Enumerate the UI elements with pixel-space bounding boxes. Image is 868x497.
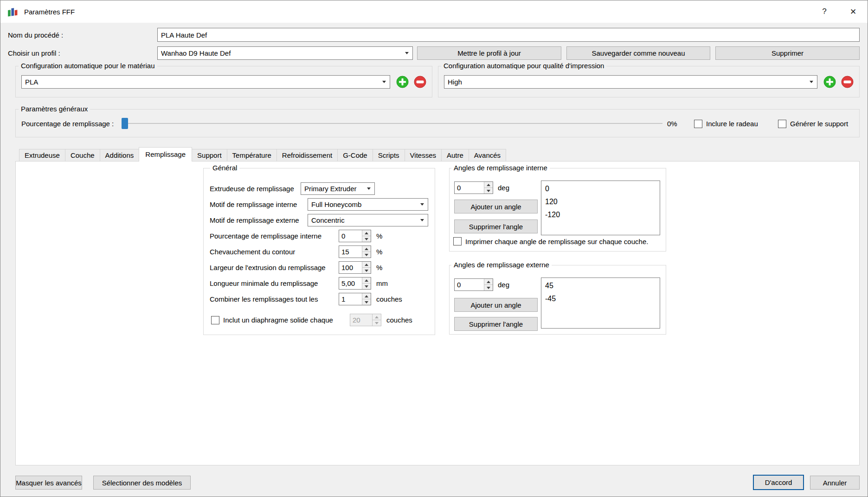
quality-select[interactable]: High xyxy=(444,75,817,89)
spin-down-icon[interactable] xyxy=(362,236,371,242)
spin-down-icon[interactable] xyxy=(362,252,371,258)
ok-button[interactable]: D'accord xyxy=(753,475,804,490)
hide-advanced-button[interactable]: Masquer les avancés xyxy=(15,476,82,490)
external-angles-title: Angles de remplissage externe xyxy=(451,261,552,269)
spin-up-icon[interactable] xyxy=(362,262,371,267)
tab-extrudeuse[interactable]: Extrudeuse xyxy=(19,149,65,161)
internal-add-angle-button[interactable]: Ajouter un angle xyxy=(454,200,538,213)
outline-overlap-input[interactable] xyxy=(339,246,362,258)
tab-temperature[interactable]: Température xyxy=(227,149,277,161)
external-angle-input[interactable] xyxy=(455,279,484,290)
tab-avances[interactable]: Avancés xyxy=(469,149,506,161)
save-as-new-button[interactable]: Sauvegarder comme nouveau xyxy=(566,46,710,60)
chevron-down-icon xyxy=(379,76,390,88)
infill-percent-input[interactable] xyxy=(339,230,362,242)
checkbox-box xyxy=(694,120,702,128)
delete-profile-button[interactable]: Supprimer xyxy=(715,46,860,60)
slider-handle[interactable] xyxy=(122,118,128,129)
outline-overlap-spinner[interactable] xyxy=(339,245,371,258)
tab-couche[interactable]: Couche xyxy=(65,149,100,161)
internal-angle-input[interactable] xyxy=(455,182,484,194)
include-raft-checkbox[interactable]: Inclure le radeau xyxy=(694,110,758,138)
add-quality-button[interactable] xyxy=(823,76,836,88)
select-models-button[interactable]: Sélectionner des modèles xyxy=(93,476,191,490)
checkbox-box xyxy=(453,237,462,245)
generate-support-checkbox[interactable]: Générer le support xyxy=(778,110,848,138)
spin-down-icon[interactable] xyxy=(362,283,371,289)
tab-scripts[interactable]: Scripts xyxy=(373,149,405,161)
internal-remove-angle-button[interactable]: Supprimer l'angle xyxy=(454,219,538,233)
spin-down-icon[interactable] xyxy=(484,284,493,290)
angle-per-layer-checkbox[interactable]: Imprimer chaque angle de remplissage sur… xyxy=(453,237,648,246)
spin-down-icon[interactable] xyxy=(484,187,493,194)
external-remove-angle-button[interactable]: Supprimer l'angle xyxy=(454,317,538,331)
list-item[interactable]: -45 xyxy=(541,292,660,305)
material-select[interactable]: PLA xyxy=(21,75,390,89)
external-angles-group: Angles de remplissage externe deg 45 -45… xyxy=(449,265,666,335)
external-angle-spinner[interactable] xyxy=(454,278,493,291)
remove-quality-button[interactable] xyxy=(841,76,854,88)
list-item[interactable]: 45 xyxy=(541,279,660,292)
internal-angle-spinner[interactable] xyxy=(454,181,493,194)
infill-percentage-label: Pourcentage de remplissage : xyxy=(21,110,114,138)
tab-vitesses[interactable]: Vitesses xyxy=(405,149,442,161)
checkbox-box xyxy=(778,120,786,128)
infill-percent-unit: % xyxy=(376,230,382,242)
combine-infill-spinner[interactable] xyxy=(339,293,371,305)
infill-percent-spinner[interactable] xyxy=(339,230,371,242)
spin-up-icon[interactable] xyxy=(484,182,493,187)
cancel-button[interactable]: Annuler xyxy=(810,476,860,490)
tab-autre[interactable]: Autre xyxy=(441,149,469,161)
remove-material-button[interactable] xyxy=(414,76,426,88)
list-item[interactable]: 120 xyxy=(541,195,660,208)
tab-additions[interactable]: Additions xyxy=(100,149,140,161)
process-name-label: Nom du procédé : xyxy=(8,28,63,42)
spin-up-icon[interactable] xyxy=(362,278,371,283)
spin-down-icon[interactable] xyxy=(362,299,371,305)
spin-up-icon[interactable] xyxy=(362,230,371,236)
help-button[interactable]: ? xyxy=(810,0,839,23)
profile-select[interactable]: Wanhao D9 Haute Def xyxy=(157,46,413,60)
tab-refroidissement[interactable]: Refroidissement xyxy=(276,149,338,161)
tab-remplissage[interactable]: Remplissage xyxy=(139,147,192,161)
update-profile-button[interactable]: Mettre le profil à jour xyxy=(417,46,561,60)
spin-up-icon[interactable] xyxy=(362,293,371,299)
internal-angles-title: Angles de remplissage interne xyxy=(451,164,550,172)
external-pattern-row: Motif de remplissage externe Concentric xyxy=(204,214,435,226)
extrusion-width-label: Largeur de l'extrusion du remplissage xyxy=(210,261,326,274)
settings-tab-bar: Extrudeuse Couche Additions Remplissage … xyxy=(19,147,506,161)
external-add-angle-button[interactable]: Ajouter un angle xyxy=(454,298,538,312)
combine-infill-input[interactable] xyxy=(339,293,362,305)
min-length-label: Longueur minimale du remplissage xyxy=(210,277,318,290)
add-material-button[interactable] xyxy=(396,76,409,88)
list-item[interactable]: -120 xyxy=(541,208,660,221)
infill-extruder-label: Extrudeuse de remplissage xyxy=(210,182,294,195)
diaphragm-spinner[interactable] xyxy=(350,314,381,326)
list-item[interactable]: 0 xyxy=(541,182,660,195)
spin-up-icon xyxy=(373,314,381,320)
close-button[interactable]: ✕ xyxy=(839,0,868,23)
diaphragm-checkbox[interactable]: Inclut un diaphragme solide chaque xyxy=(211,314,333,326)
extrusion-width-input[interactable] xyxy=(339,262,362,273)
quality-config-title: Configuration automatique pour qualité d… xyxy=(441,62,606,70)
plus-icon xyxy=(823,76,836,88)
spin-up-icon[interactable] xyxy=(484,279,493,284)
min-length-spinner[interactable] xyxy=(339,277,371,290)
infill-extruder-select[interactable]: Primary Extruder xyxy=(301,182,375,195)
chevron-down-icon xyxy=(806,76,817,88)
spin-down-icon[interactable] xyxy=(362,267,371,273)
tab-support[interactable]: Support xyxy=(192,149,227,161)
infill-percentage-slider[interactable] xyxy=(122,110,662,138)
extrusion-width-spinner[interactable] xyxy=(339,261,371,274)
min-length-row: Longueur minimale du remplissage mm xyxy=(204,277,435,290)
internal-pattern-select[interactable]: Full Honeycomb xyxy=(308,198,428,211)
process-name-input[interactable] xyxy=(157,28,860,42)
internal-angles-list[interactable]: 0 120 -120 xyxy=(541,181,660,235)
tab-gcode[interactable]: G-Code xyxy=(337,149,373,161)
external-pattern-select[interactable]: Concentric xyxy=(308,214,428,226)
slider-track[interactable] xyxy=(122,123,662,124)
external-angles-list[interactable]: 45 -45 xyxy=(541,278,660,329)
internal-angles-group: Angles de remplissage interne deg 0 120 … xyxy=(449,168,666,252)
min-length-input[interactable] xyxy=(339,278,362,289)
spin-up-icon[interactable] xyxy=(362,246,371,252)
